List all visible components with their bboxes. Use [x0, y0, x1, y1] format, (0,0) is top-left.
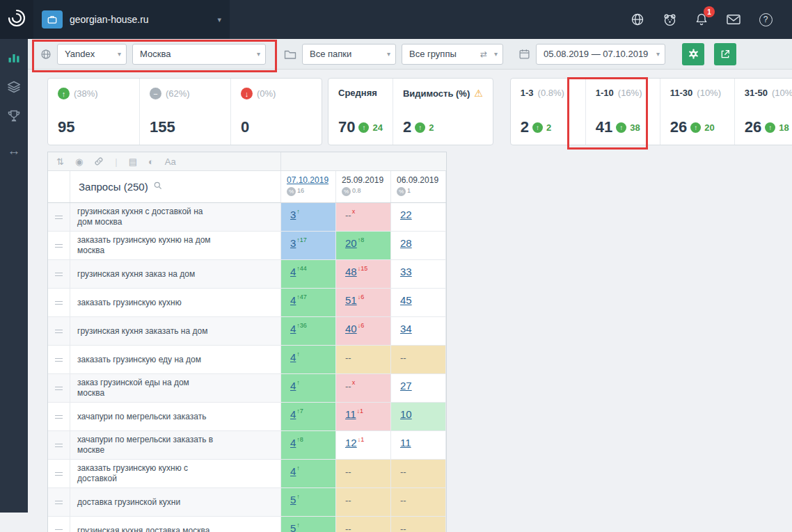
- position-link[interactable]: 11: [345, 408, 356, 420]
- position-link[interactable]: 51: [345, 294, 357, 306]
- position-link[interactable]: 11: [400, 437, 411, 449]
- briefcase-icon[interactable]: [42, 10, 63, 29]
- position-cell[interactable]: 4↑8: [281, 431, 336, 459]
- position-link[interactable]: 4: [290, 351, 296, 363]
- snippets-icon[interactable]: ▤: [129, 156, 137, 167]
- position-cell[interactable]: 33: [391, 260, 446, 288]
- position-link[interactable]: 5: [290, 522, 296, 532]
- topvisor-logo[interactable]: [0, 0, 33, 39]
- drag-handle[interactable]: [48, 488, 70, 516]
- position-cell[interactable]: --: [336, 346, 391, 373]
- project-selector[interactable]: georgian-house.ru ▾: [33, 0, 230, 39]
- position-cell[interactable]: 45: [391, 289, 446, 316]
- sidebar-item-groups[interactable]: [6, 79, 22, 95]
- position-cell[interactable]: 4↑47: [281, 289, 336, 316]
- position-cell[interactable]: 12↓1: [336, 431, 391, 459]
- drag-handle[interactable]: [48, 403, 70, 430]
- position-link[interactable]: 3: [290, 237, 296, 249]
- position-cell[interactable]: 4↑: [281, 374, 336, 402]
- position-link[interactable]: 10: [400, 408, 412, 420]
- drag-handle[interactable]: [48, 460, 70, 487]
- link-icon[interactable]: [94, 156, 104, 166]
- stat-bucket-31-50[interactable]: 31-50(10%)26↑18: [734, 79, 792, 145]
- position-link[interactable]: 5: [290, 494, 296, 506]
- position-link[interactable]: 3: [290, 209, 296, 220]
- position-link[interactable]: 20: [345, 237, 357, 249]
- drag-handle[interactable]: [48, 374, 70, 402]
- position-cell[interactable]: --: [336, 517, 391, 532]
- position-cell[interactable]: 5↑: [281, 488, 336, 516]
- messages-icon[interactable]: [725, 11, 742, 28]
- position-link[interactable]: 28: [400, 237, 412, 249]
- drag-handle[interactable]: [48, 232, 70, 259]
- position-cell[interactable]: 5↑: [281, 517, 336, 532]
- help-icon[interactable]: ?: [757, 11, 774, 28]
- drag-handle[interactable]: [48, 517, 70, 532]
- position-cell[interactable]: 4↑7: [281, 403, 336, 430]
- position-cell[interactable]: 3↑: [281, 203, 336, 231]
- position-link[interactable]: 4: [290, 323, 296, 334]
- search-icon[interactable]: [153, 181, 163, 193]
- search-engine-select[interactable]: Yandex ▾: [57, 44, 127, 65]
- drag-handle[interactable]: [48, 260, 70, 288]
- position-link[interactable]: 34: [400, 323, 412, 334]
- position-cell[interactable]: --x: [336, 203, 391, 231]
- position-cell[interactable]: --: [391, 517, 446, 532]
- drag-handle[interactable]: [48, 431, 70, 459]
- drag-handle[interactable]: [48, 289, 70, 316]
- position-cell[interactable]: 10: [391, 403, 446, 430]
- position-cell[interactable]: --: [336, 488, 391, 516]
- sidebar-item-positions[interactable]: [6, 50, 22, 65]
- region-select[interactable]: Москва ▾: [132, 44, 266, 65]
- position-cell[interactable]: 40↓6: [336, 317, 391, 345]
- sort-icon[interactable]: ⇅: [56, 156, 64, 167]
- position-cell[interactable]: 22: [391, 203, 446, 231]
- position-cell[interactable]: --: [391, 346, 446, 373]
- position-cell[interactable]: 4↑44: [281, 260, 336, 288]
- target-icon[interactable]: ◉: [75, 156, 83, 167]
- position-cell[interactable]: 20↑8: [336, 232, 391, 259]
- settings-button[interactable]: [682, 43, 704, 65]
- position-cell[interactable]: 4↑: [281, 346, 336, 373]
- position-link[interactable]: 48: [345, 266, 357, 277]
- notifications-bell-icon[interactable]: 1: [693, 11, 710, 28]
- position-link[interactable]: 4: [290, 294, 296, 306]
- position-cell[interactable]: --x: [336, 374, 391, 402]
- position-link[interactable]: 45: [400, 294, 412, 306]
- position-cell[interactable]: 28: [391, 232, 446, 259]
- position-link[interactable]: 4: [290, 465, 296, 477]
- sidebar-item-compare[interactable]: ↔: [6, 143, 22, 159]
- date-link[interactable]: 07.10.2019: [287, 175, 328, 185]
- export-button[interactable]: [714, 43, 736, 65]
- position-link[interactable]: 33: [400, 266, 412, 277]
- position-cell[interactable]: 11↓1: [336, 403, 391, 430]
- bear-icon[interactable]: [661, 11, 678, 28]
- date-link[interactable]: 06.09.2019: [397, 175, 438, 185]
- stat-bucket-1-10[interactable]: 1-10(16%)41↑38: [585, 79, 660, 145]
- position-link[interactable]: 4: [290, 437, 296, 449]
- position-cell[interactable]: 48↓15: [336, 260, 391, 288]
- stat-bucket-11-30[interactable]: 11-30(10%)26↑20: [660, 79, 734, 145]
- folders-select[interactable]: Все папки ▾: [302, 44, 396, 65]
- globe-icon[interactable]: [629, 11, 646, 28]
- drag-handle[interactable]: [48, 203, 70, 231]
- drag-handle[interactable]: [48, 317, 70, 345]
- sidebar-item-competitors[interactable]: [6, 108, 22, 124]
- position-link[interactable]: 27: [400, 380, 412, 392]
- groups-select[interactable]: Все группы ⇄ ▾: [402, 44, 503, 65]
- position-cell[interactable]: --: [336, 460, 391, 487]
- stat-bucket-1-3[interactable]: 1-3(0.8%)2↑2: [511, 79, 585, 145]
- position-link[interactable]: 4: [290, 266, 296, 277]
- position-cell[interactable]: 4↑36: [281, 317, 336, 345]
- position-cell[interactable]: 27: [391, 374, 446, 402]
- contrast-icon[interactable]: ◐: [148, 156, 154, 167]
- font-icon[interactable]: Aa: [165, 156, 176, 167]
- position-cell[interactable]: 3↑17: [281, 232, 336, 259]
- position-cell[interactable]: 4↑: [281, 460, 336, 487]
- position-cell[interactable]: --: [391, 488, 446, 516]
- position-cell[interactable]: 11: [391, 431, 446, 459]
- position-link[interactable]: 22: [400, 209, 412, 220]
- date-link[interactable]: 25.09.2019: [342, 175, 383, 185]
- date-range-select[interactable]: 05.08.2019 — 07.10.2019 ▾: [536, 44, 665, 65]
- position-link[interactable]: 40: [345, 323, 357, 334]
